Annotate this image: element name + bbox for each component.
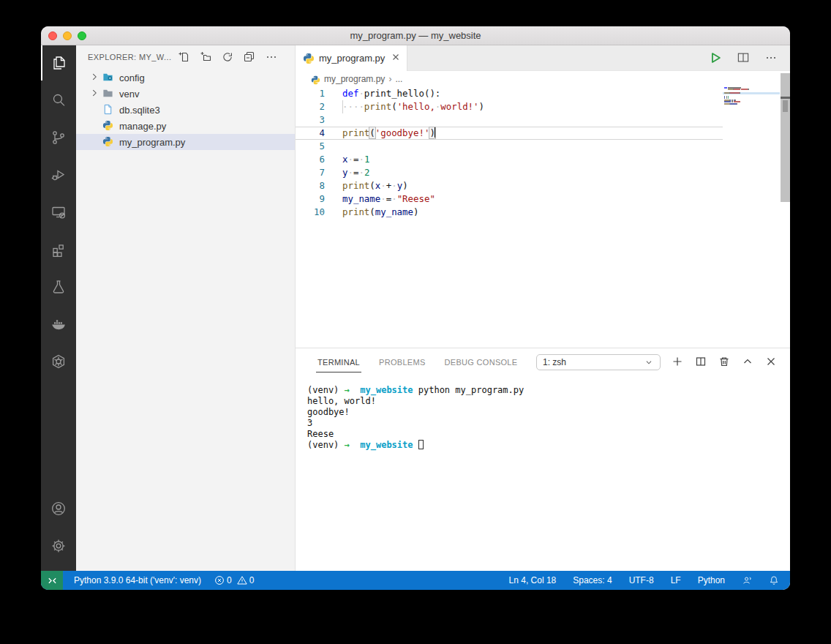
python-interpreter-status[interactable]: Python 3.9.0 64-bit ('venv': venv): [72, 575, 203, 585]
collapse-folders-icon[interactable]: [244, 51, 255, 63]
refresh-icon[interactable]: [222, 51, 233, 63]
zoom-window-button[interactable]: [78, 31, 86, 40]
code-token: my_website: [360, 385, 413, 395]
code-line-4[interactable]: 4 print('goodbye!'): [296, 127, 790, 140]
code-line-2[interactable]: 2 ····print('hello,·world!'): [296, 100, 790, 113]
line-number[interactable]: 5: [296, 140, 325, 153]
indentation-status[interactable]: Spaces: 4: [571, 575, 613, 585]
activity-run-debug[interactable]: [41, 157, 76, 192]
terminal-line: Reese: [307, 429, 524, 440]
python-icon: [102, 136, 113, 147]
line-number[interactable]: 7: [296, 166, 325, 179]
code-token: →: [345, 440, 350, 450]
editor-scrollbar[interactable]: [781, 73, 790, 202]
more-actions-icon[interactable]: [266, 51, 277, 63]
chevron-right-icon: [89, 72, 102, 83]
code-token: (: [391, 101, 396, 112]
code-line-7[interactable]: 7 y·=·2: [296, 166, 790, 179]
split-terminal-icon[interactable]: [695, 356, 707, 367]
tree-item-manage.py[interactable]: manage.py: [76, 118, 295, 134]
feedback-button[interactable]: [740, 575, 753, 585]
activity-source-control[interactable]: [41, 120, 76, 155]
tab-problems[interactable]: PROBLEMS: [377, 351, 427, 372]
code-editor[interactable]: 1 def·print_hello(): 2 ····print('hello,…: [296, 87, 790, 348]
activity-remote-explorer[interactable]: [41, 195, 76, 230]
tree-item-config[interactable]: config: [76, 70, 295, 86]
activity-explorer[interactable]: [41, 45, 76, 80]
code-line-3[interactable]: 3: [296, 113, 790, 127]
line-number[interactable]: 8: [296, 179, 325, 192]
new-file-icon[interactable]: [178, 51, 189, 63]
code-line-5[interactable]: 5: [296, 140, 790, 153]
breadcrumb-file[interactable]: my_program.py: [324, 74, 385, 84]
kill-terminal-icon[interactable]: [718, 356, 730, 367]
new-folder-icon[interactable]: [200, 51, 211, 63]
tree-item-venv[interactable]: venv: [76, 86, 295, 102]
tab-my-program[interactable]: my_program.py: [296, 45, 407, 71]
activity-settings[interactable]: [41, 528, 76, 564]
split-editor-icon[interactable]: [736, 50, 751, 65]
maximize-panel-icon[interactable]: [742, 356, 753, 367]
line-number[interactable]: 6: [296, 153, 325, 166]
code-line-10[interactable]: 10 print(my_name): [296, 206, 790, 219]
tree-item-db.sqlite3[interactable]: db.sqlite3: [76, 102, 295, 118]
activity-search[interactable]: [41, 83, 76, 118]
run-python-file-button[interactable]: [708, 50, 723, 65]
code-token: print: [342, 180, 369, 191]
activity-extensions[interactable]: [41, 232, 76, 267]
minimap[interactable]: [723, 87, 780, 171]
problems-status[interactable]: 0 0: [213, 575, 255, 585]
close-panel-icon[interactable]: [765, 356, 777, 367]
terminal-shell-select[interactable]: 1: zsh: [536, 354, 661, 370]
notifications-button[interactable]: [767, 575, 781, 585]
tree-item-label: config: [119, 72, 145, 83]
close-tab-icon[interactable]: [391, 52, 401, 65]
tree-item-label: venv: [119, 89, 139, 100]
code-token: Reese: [307, 429, 334, 439]
breadcrumb-symbol[interactable]: ...: [395, 74, 402, 84]
panel-header: TERMINAL PROBLEMS DEBUG CONSOLE 1: zsh: [296, 348, 790, 375]
line-number[interactable]: 1: [296, 87, 325, 100]
code-token: ····: [342, 101, 364, 112]
activity-testing[interactable]: [41, 269, 76, 304]
encoding-status[interactable]: UTF-8: [628, 575, 655, 585]
new-terminal-icon[interactable]: [672, 356, 683, 367]
minimize-window-button[interactable]: [63, 31, 72, 40]
search-icon: [50, 91, 67, 109]
code-token: ·: [358, 154, 364, 165]
code-token: [350, 385, 360, 395]
terminal-output[interactable]: (venv) → my_website python my_program.py…: [307, 385, 524, 451]
line-number[interactable]: 9: [296, 192, 325, 206]
remote-indicator[interactable]: [41, 571, 63, 590]
language-mode-status[interactable]: Python: [696, 575, 726, 585]
close-window-button[interactable]: [48, 31, 57, 40]
terminal-line: hello, world!: [307, 396, 524, 407]
title-bar[interactable]: my_program.py — my_website: [41, 26, 790, 45]
line-number[interactable]: 2: [296, 100, 325, 113]
code-token: my_website: [360, 440, 413, 450]
activity-docker[interactable]: [41, 307, 76, 342]
more-editor-actions-icon[interactable]: [764, 50, 778, 65]
activity-kubernetes[interactable]: [41, 344, 76, 379]
error-icon: [214, 575, 225, 585]
terminal-line: (venv) → my_website python my_program.py: [307, 385, 524, 396]
activity-accounts[interactable]: [41, 491, 76, 526]
code-line-1[interactable]: 1 def·print_hello():: [296, 87, 790, 100]
code-line-8[interactable]: 8 print(x·+·y): [296, 179, 790, 192]
traffic-lights: [48, 31, 86, 40]
warning-icon: [237, 575, 247, 585]
code-line-9[interactable]: 9 my_name·=·"Reese": [296, 192, 790, 206]
line-number[interactable]: 3: [296, 113, 325, 127]
eol-status[interactable]: LF: [669, 575, 683, 585]
line-number[interactable]: 10: [296, 206, 325, 219]
breadcrumb: my_program.py › ...: [296, 71, 790, 87]
file-tree: config venv db.sqlite3 manage.py my_prog…: [76, 70, 295, 150]
code-line-6[interactable]: 6 x·=·1: [296, 153, 790, 166]
cursor-position-status[interactable]: Ln 4, Col 18: [508, 575, 558, 585]
tab-debug-console[interactable]: DEBUG CONSOLE: [443, 351, 519, 372]
tree-indent: [89, 120, 102, 132]
tab-terminal[interactable]: TERMINAL: [316, 351, 361, 372]
editor-group: my_program.py my_program.py › ... 1 d: [296, 45, 790, 571]
status-bar: Python 3.9.0 64-bit ('venv': venv) 0 0 L…: [41, 571, 790, 590]
tree-item-my_program.py[interactable]: my_program.py: [76, 134, 295, 150]
